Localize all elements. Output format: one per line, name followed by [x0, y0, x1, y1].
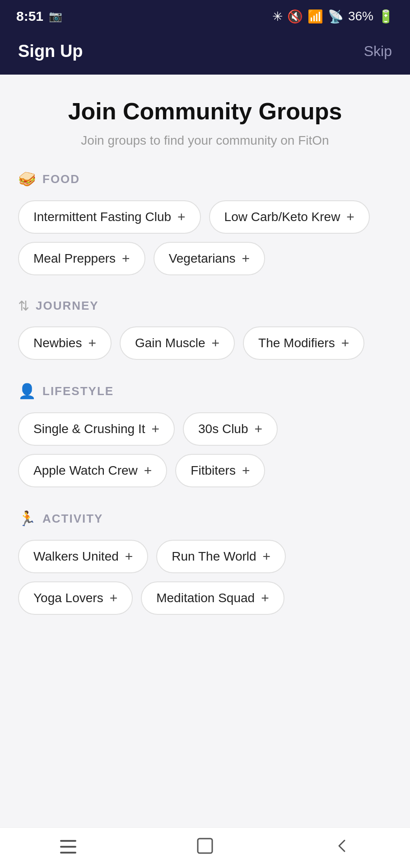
skip-button[interactable]: Skip — [364, 43, 392, 60]
lifestyle-icon: 👤 — [18, 382, 36, 400]
nav-home-button[interactable] — [197, 838, 213, 858]
activity-section-title: ACTIVITY — [42, 512, 103, 526]
tag-label: Apple Watch Crew — [33, 463, 138, 478]
tag-newbies[interactable]: Newbies + — [18, 326, 112, 360]
nav-back-button[interactable] — [334, 838, 350, 858]
svg-rect-1 — [60, 846, 76, 848]
svg-rect-3 — [198, 839, 212, 853]
page-subtitle: Join groups to find your community on Fi… — [18, 133, 392, 148]
tag-label: Intermittent Fasting Club — [33, 210, 171, 224]
tag-run-the-world[interactable]: Run The World + — [156, 540, 286, 573]
tag-the-modifiers[interactable]: The Modifiers + — [243, 326, 364, 360]
status-time: 8:51 — [16, 9, 43, 24]
status-left: 8:51 📷 — [16, 9, 62, 24]
tag-low-carb[interactable]: Low Carb/Keto Krew + — [209, 200, 370, 234]
camera-icon: 📷 — [49, 10, 62, 23]
tag-30s-club[interactable]: 30s Club + — [183, 412, 278, 446]
tag-walkers-united[interactable]: Walkers United + — [18, 540, 148, 573]
tag-label: Fitbiters — [191, 463, 236, 478]
svg-rect-0 — [60, 840, 76, 842]
tag-label: The Modifiers — [258, 336, 335, 350]
status-center: ✳ 🔇 📶 📡 36% 🔋 — [272, 9, 394, 24]
tag-apple-watch-crew[interactable]: Apple Watch Crew + — [18, 454, 167, 487]
plus-icon: + — [341, 335, 349, 351]
status-bar: 8:51 📷 ✳ 🔇 📶 📡 36% 🔋 — [0, 0, 410, 33]
tag-label: Walkers United — [33, 549, 119, 564]
main-content: Join Community Groups Join groups to fin… — [0, 75, 410, 692]
tag-gain-muscle[interactable]: Gain Muscle + — [120, 326, 235, 360]
page-title: Join Community Groups — [18, 97, 392, 125]
plus-icon: + — [212, 335, 220, 351]
activity-tags: Walkers United + Run The World + Yoga Lo… — [18, 540, 392, 615]
activity-icon: 🏃 — [18, 510, 36, 527]
tag-single-crushing[interactable]: Single & Crushing It + — [18, 412, 175, 446]
plus-icon: + — [151, 421, 159, 437]
tag-meal-preppers[interactable]: Meal Preppers + — [18, 242, 145, 275]
tag-label: Meditation Squad — [156, 591, 255, 605]
tag-label: Newbies — [33, 336, 82, 350]
nav-menu-button[interactable] — [60, 839, 76, 858]
journey-section-title: JOURNEY — [36, 299, 99, 313]
plus-icon: + — [122, 251, 130, 266]
header: Sign Up Skip — [0, 33, 410, 75]
battery-text: 36% — [348, 9, 373, 24]
bottom-nav — [0, 827, 410, 868]
journey-tags: Newbies + Gain Muscle + The Modifiers + — [18, 326, 392, 360]
tag-label: Vegetarians — [169, 251, 236, 266]
mute-icon: 🔇 — [287, 9, 303, 24]
plus-icon: + — [242, 463, 250, 478]
plus-icon: + — [261, 590, 269, 606]
tag-vegetarians[interactable]: Vegetarians + — [154, 242, 265, 275]
journey-icon: ⇅ — [18, 298, 29, 314]
section-journey: ⇅ JOURNEY Newbies + Gain Muscle + The Mo… — [18, 298, 392, 360]
plus-icon: + — [110, 590, 118, 606]
tag-label: Low Carb/Keto Krew — [224, 210, 340, 224]
food-section-title: FOOD — [42, 172, 80, 186]
tag-intermittent-fasting[interactable]: Intermittent Fasting Club + — [18, 200, 201, 234]
header-title: Sign Up — [18, 42, 83, 61]
plus-icon: + — [242, 251, 250, 266]
section-journey-header: ⇅ JOURNEY — [18, 298, 392, 314]
section-activity-header: 🏃 ACTIVITY — [18, 510, 392, 527]
wifi-icon: 📶 — [308, 9, 323, 24]
battery-icon: 🔋 — [378, 9, 394, 24]
plus-icon: + — [144, 463, 152, 478]
section-food-header: 🥪 FOOD — [18, 170, 392, 188]
food-tags: Intermittent Fasting Club + Low Carb/Ket… — [18, 200, 392, 275]
section-lifestyle: 👤 LIFESTYLE Single & Crushing It + 30s C… — [18, 382, 392, 487]
section-food: 🥪 FOOD Intermittent Fasting Club + Low C… — [18, 170, 392, 275]
tag-meditation-squad[interactable]: Meditation Squad + — [141, 581, 284, 615]
tag-label: Yoga Lovers — [33, 591, 103, 605]
bluetooth-icon: ✳ — [272, 9, 283, 24]
tag-label: Gain Muscle — [135, 336, 205, 350]
svg-rect-2 — [60, 852, 76, 854]
tag-fitbiters[interactable]: Fitbiters + — [175, 454, 265, 487]
plus-icon: + — [346, 209, 354, 225]
food-icon: 🥪 — [18, 170, 36, 188]
signal-icon: 📡 — [328, 9, 344, 24]
plus-icon: + — [125, 549, 133, 564]
plus-icon: + — [177, 209, 186, 225]
lifestyle-tags: Single & Crushing It + 30s Club + Apple … — [18, 412, 392, 487]
plus-icon: + — [263, 549, 271, 564]
tag-label: Run The World — [172, 549, 256, 564]
section-activity: 🏃 ACTIVITY Walkers United + Run The Worl… — [18, 510, 392, 615]
tag-yoga-lovers[interactable]: Yoga Lovers + — [18, 581, 133, 615]
tag-label: 30s Club — [198, 422, 248, 436]
section-lifestyle-header: 👤 LIFESTYLE — [18, 382, 392, 400]
plus-icon: + — [88, 335, 96, 351]
tag-label: Meal Preppers — [33, 251, 116, 266]
lifestyle-section-title: LIFESTYLE — [42, 384, 114, 398]
tag-label: Single & Crushing It — [33, 422, 145, 436]
plus-icon: + — [255, 421, 263, 437]
